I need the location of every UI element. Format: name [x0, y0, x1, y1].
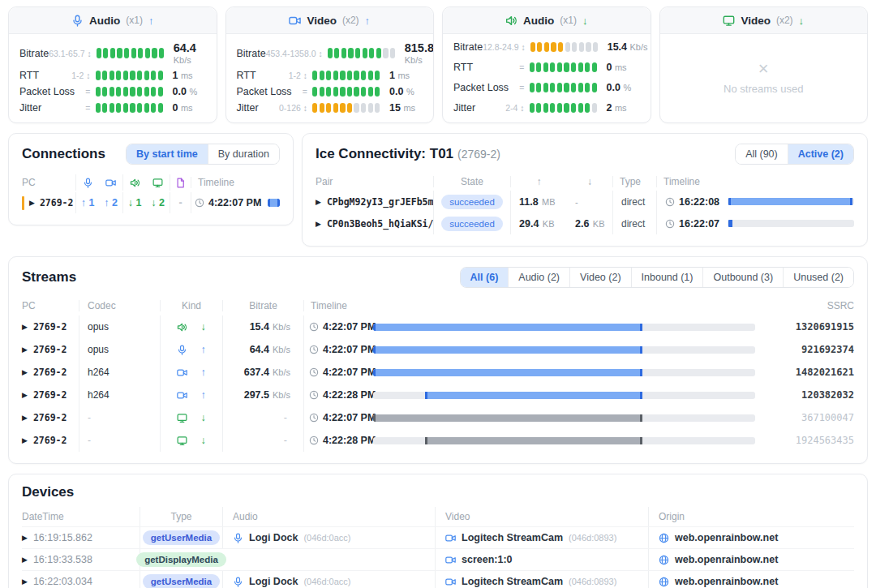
active-pairs-button[interactable]: Active (2)	[788, 144, 853, 164]
expand-icon[interactable]: ▶	[22, 368, 28, 376]
card-body: Bitrate 12.8-24.9 ↕ 15.4 Kb/s RTT = 0 ms…	[443, 34, 651, 122]
camera-icon	[445, 555, 456, 565]
camera-icon	[289, 15, 301, 27]
kind-column-header: Kind	[160, 300, 222, 311]
by-duration-button[interactable]: By duration	[208, 144, 279, 164]
origin-host: web.openrainbow.net	[675, 532, 778, 543]
mic-icon	[71, 15, 84, 27]
up-arrow-column-header: ↑	[510, 176, 567, 187]
all-pairs-button[interactable]: All (90)	[736, 144, 788, 164]
stat-value: 2 ms	[598, 102, 640, 114]
filter-inbound-button[interactable]: Inbound (1)	[631, 268, 703, 287]
video-device-name: Logitech StreamCam	[462, 576, 563, 587]
start-time: 4:22:07 PM	[208, 197, 261, 208]
pc-id: 2769-2	[33, 367, 67, 378]
ice-timeline-bar	[728, 220, 854, 227]
stream-row[interactable]: ▶2769-2 opus ↑ 64.4Kb/s 4:22:07 PM 92169…	[22, 338, 854, 361]
filter-audio-button[interactable]: Audio (2)	[508, 268, 569, 287]
connection-row[interactable]: ▶ 2769-2 ↑ 1 ↑ 2 ↓ 1 ↓ 2 - 4:22:07 PM	[22, 192, 280, 213]
bytes-received: -	[567, 191, 612, 212]
filter-outbound-button[interactable]: Outbound (3)	[702, 268, 783, 287]
card-video-inbound: Video (x2) ↓ × No streams used	[659, 6, 869, 123]
expand-icon[interactable]: ▶	[22, 556, 28, 564]
filter-unused-button[interactable]: Unused (2)	[783, 268, 853, 287]
globe-icon	[659, 533, 669, 543]
stat-row-bitrate: Bitrate 63.1-65.7 ↕ 64.4Kb/s	[19, 41, 206, 65]
audio-column-header: Audio	[222, 507, 435, 526]
expand-icon[interactable]: ▶	[22, 577, 28, 586]
expand-icon[interactable]: ▶	[22, 346, 28, 354]
expand-icon[interactable]: ▶	[22, 436, 28, 444]
camera-icon	[177, 390, 187, 401]
ice-connectivity-panel: Ice Connectivity: T01(2769-2) All (90) A…	[302, 133, 868, 247]
card-title: Audio	[89, 15, 120, 27]
gauge-bars	[97, 48, 165, 58]
device-time: 16:22:03.034	[33, 576, 92, 587]
stat-label: Packet Loss	[237, 86, 292, 97]
bitrate-column-header: Bitrate	[222, 300, 303, 311]
pc-column-header: PC	[22, 300, 79, 311]
camera-icon	[177, 367, 187, 378]
card-header: Audio (x1) ↓	[443, 7, 651, 34]
pc-id: 2769-2	[33, 435, 67, 446]
expand-icon[interactable]: ▶	[22, 391, 28, 399]
stat-label: Jitter	[237, 102, 259, 114]
stat-range: =	[41, 103, 90, 113]
stat-row-bitrate: Bitrate 453.4-1358.0 ↕ 815.8Kb/s	[237, 41, 423, 65]
stat-label: Jitter	[19, 102, 41, 114]
connections-header: PC Timeline	[22, 174, 280, 191]
stat-value: 1 ms	[380, 70, 423, 81]
stat-range: 1-2 ↕	[256, 71, 307, 80]
stream-row[interactable]: ▶2769-2 h264 ↑ 297.5Kb/s 4:22:28 PM 1203…	[22, 384, 854, 406]
device-row[interactable]: ▶16:19:33.538 getDisplayMedia screen:1:0…	[22, 548, 854, 570]
pc-id: 2769-2	[33, 389, 67, 401]
pair-type: direct	[612, 212, 656, 234]
bytes-received: 2.6	[575, 218, 589, 230]
stream-time: 4:22:07 PM	[323, 344, 376, 355]
direction-arrow-icon: ↓	[200, 435, 205, 446]
ice-pair-row[interactable]: ▶ CPbgM92yI3_grJEFb5m succeeded 11.8 MB …	[316, 191, 854, 212]
direction-arrow-icon: ↑	[200, 367, 205, 378]
filter-video-button[interactable]: Video (2)	[569, 268, 631, 287]
connections-sort-toggle: By start time By duration	[126, 144, 280, 165]
ice-pair-row[interactable]: ▶ CP0n3Beoh5_hQiaKSi/ succeeded 29.4 KB …	[316, 212, 854, 234]
card-body: × No streams used	[660, 34, 868, 122]
card-header: Video (x2) ↓	[660, 7, 868, 34]
expand-icon[interactable]: ▶	[22, 534, 28, 542]
filter-all-button[interactable]: All (6)	[461, 268, 509, 287]
expand-icon[interactable]: ▶	[316, 198, 321, 206]
connections-title: Connections	[22, 146, 105, 162]
speaker-icon	[130, 178, 140, 188]
ssrc-value: 1482021621	[758, 367, 854, 378]
bitrate-value: 64.4	[250, 344, 269, 355]
type-column-header: Type	[140, 507, 222, 526]
devices-panel: Devices DateTime Type Audio Video Origin…	[8, 474, 868, 588]
stream-row[interactable]: ▶2769-2 - ↓ - 4:22:07 PM 367100047	[22, 406, 854, 429]
stream-time: 4:22:07 PM	[323, 412, 376, 423]
connection-timeline-bar	[268, 199, 280, 207]
stat-value: 15.4 Kb/s	[599, 41, 648, 53]
device-row[interactable]: ▶16:22:03.034 getUserMedia Logi Dock(046…	[22, 570, 854, 588]
pair-type: direct	[612, 191, 656, 212]
by-start-time-button[interactable]: By start time	[127, 144, 208, 164]
device-row[interactable]: ▶16:19:15.862 getUserMedia Logi Dock(046…	[22, 526, 854, 548]
stat-range: 0-126 ↕	[259, 103, 307, 113]
video-up-count: ↑ 2	[99, 192, 122, 213]
stream-row[interactable]: ▶2769-2 h264 ↑ 637.4Kb/s 4:22:07 PM 1482…	[22, 361, 854, 384]
gauge-bars	[312, 87, 380, 97]
speaker-icon	[505, 15, 517, 27]
screen-icon	[177, 413, 187, 423]
streams-header: PC Codec Kind Bitrate Timeline SSRC	[22, 296, 854, 315]
expand-icon[interactable]: ▶	[22, 323, 28, 331]
stat-row-packet-loss: Packet Loss = 0.0 %	[237, 86, 423, 97]
stream-timeline-bar	[373, 369, 755, 376]
ice-header: Pair State ↑ ↓ Type Timeline	[316, 173, 854, 191]
ice-timeline-bar	[728, 198, 854, 205]
expand-icon[interactable]: ▶	[22, 414, 28, 422]
stream-row[interactable]: ▶2769-2 opus ↓ 15.4Kb/s 4:22:07 PM 13206…	[22, 315, 854, 338]
expand-icon[interactable]: ▶	[316, 220, 321, 228]
card-count: (x1)	[126, 15, 143, 26]
expand-icon[interactable]: ▶	[29, 199, 35, 207]
card-body: Bitrate 453.4-1358.0 ↕ 815.8Kb/s RTT 1-2…	[226, 34, 434, 122]
stream-row[interactable]: ▶2769-2 - ↓ - 4:22:28 PM 1924563435	[22, 429, 854, 452]
